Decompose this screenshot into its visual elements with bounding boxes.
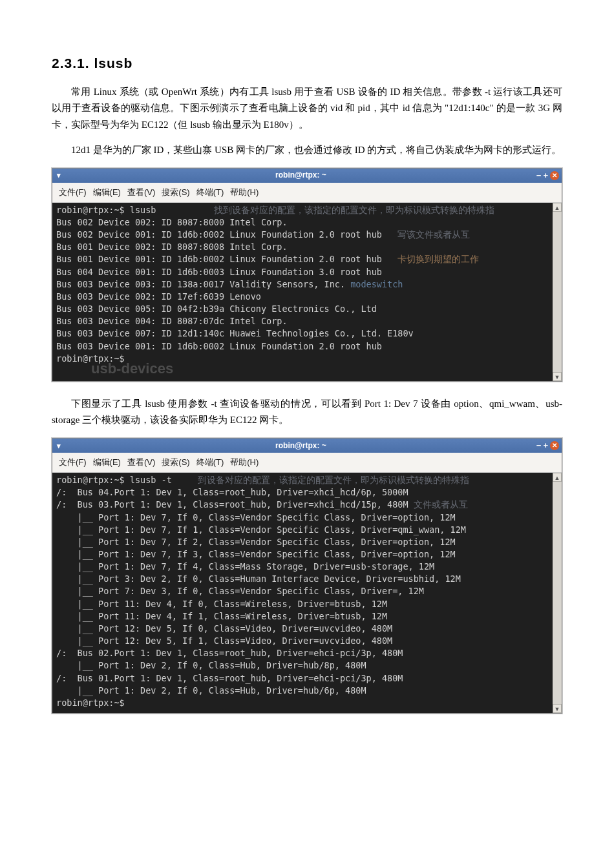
scroll-up-icon[interactable]: ▲ — [553, 203, 562, 212]
menu-help[interactable]: 帮助(H) — [230, 185, 259, 200]
lsusb-line: Bus 003 Device 003: ID 138a:0017 Validit… — [56, 279, 345, 289]
minimize-button[interactable]: − — [536, 169, 542, 183]
menu-file[interactable]: 文件(F) — [59, 455, 87, 470]
titlebar[interactable]: ▾ robin@rtpx: ~ − + ✕ — [52, 169, 562, 183]
ghost-text: 到设备对应的配置，该指定的配置文件，即为标识模式转换的特殊指 — [198, 475, 469, 485]
menu-help[interactable]: 帮助(H) — [230, 455, 259, 470]
close-button[interactable]: ✕ — [550, 441, 559, 450]
window-controls: − + ✕ — [536, 169, 562, 183]
menu-edit[interactable]: 编辑(E) — [93, 185, 121, 200]
lsusb-line: Bus 003 Device 001: ID 1d6b:0002 Linux F… — [56, 341, 382, 351]
menu-search[interactable]: 搜索(S) — [162, 455, 189, 470]
section-heading: 2.3.1. lsusb — [52, 52, 562, 75]
scrollbar[interactable]: ▲ ▼ — [553, 473, 562, 713]
lsusb-t-line: |__ Port 12: Dev 5, If 0, Class=Video, D… — [56, 623, 392, 634]
menu-terminal[interactable]: 终端(T) — [196, 455, 224, 470]
window-title: robin@rtpx: ~ — [65, 169, 536, 181]
paragraph-3: 下图显示了工具 lsusb 使用参数 -t 查询设备驱动的情况，可以看到 Por… — [52, 396, 562, 429]
lsusb-t-line: |__ Port 1: Dev 2, If 0, Class=Hub, Driv… — [56, 660, 366, 670]
menu-search[interactable]: 搜索(S) — [162, 185, 189, 200]
app-menu-icon[interactable]: ▾ — [52, 169, 65, 181]
scrollbar[interactable]: ▲ ▼ — [553, 203, 562, 381]
lsusb-line: Bus 001 Device 002: ID 8087:8008 Intel C… — [56, 242, 288, 252]
ghost-text: 写该文件或者从互 — [397, 229, 470, 240]
lsusb-line: Bus 003 Device 002: ID 17ef:6039 Lenovo — [56, 291, 261, 302]
lsusb-line: Bus 003 Device 005: ID 04f2:b39a Chicony… — [56, 304, 377, 314]
menu-view[interactable]: 查看(V) — [127, 455, 155, 470]
lsusb-t-line: |__ Port 11: Dev 4, If 0, Class=Wireless… — [56, 599, 387, 609]
lsusb-line: Bus 004 Device 001: ID 1d6b:0003 Linux F… — [56, 267, 382, 277]
menu-terminal[interactable]: 终端(T) — [196, 185, 224, 200]
paragraph-2: 12d1 是华为的厂家 ID，某些山寨 USB 网卡的厂家，也会通过修改 ID … — [52, 142, 562, 159]
menubar: 文件(F) 编辑(E) 查看(V) 搜索(S) 终端(T) 帮助(H) — [52, 453, 562, 473]
lsusb-t-line: |__ Port 12: Dev 5, If 1, Class=Video, D… — [56, 636, 392, 646]
maximize-button[interactable]: + — [543, 169, 548, 183]
prompt: robin@rtpx:~$ lsusb — [56, 205, 156, 215]
scroll-down-icon[interactable]: ▼ — [553, 372, 562, 381]
menu-edit[interactable]: 编辑(E) — [93, 455, 121, 470]
prompt: robin@rtpx:~$ lsusb -t — [56, 475, 172, 485]
lsusb-t-line: /: Bus 01.Port 1: Dev 1, Class=root_hub,… — [56, 673, 403, 683]
menu-file[interactable]: 文件(F) — [59, 185, 87, 200]
titlebar[interactable]: ▾ robin@rtpx: ~ − + ✕ — [52, 439, 562, 453]
lsusb-t-line: |__ Port 1: Dev 7, If 3, Class=Vendor Sp… — [56, 549, 456, 559]
lsusb-t-line: /: Bus 03.Port 1: Dev 1, Class=root_hub,… — [56, 499, 408, 510]
lsusb-t-line: |__ Port 3: Dev 2, If 0, Class=Human Int… — [56, 574, 461, 584]
lsusb-line: Bus 003 Device 007: ID 12d1:140c Huawei … — [56, 328, 414, 338]
maximize-button[interactable]: + — [543, 439, 548, 453]
ghost-text: 找到设备对应的配置，该指定的配置文件，即为标识模式转换的特殊指 — [214, 205, 494, 215]
prompt: robin@rtpx:~$ — [56, 353, 125, 364]
lsusb-t-line: /: Bus 04.Port 1: Dev 1, Class=root_hub,… — [56, 487, 408, 497]
window-controls: − + ✕ — [536, 439, 562, 453]
lsusb-t-line: |__ Port 11: Dev 4, If 1, Class=Wireless… — [56, 611, 387, 621]
terminal-output-1[interactable]: robin@rtpx:~$ lsusb 找到设备对应的配置，该指定的配置文件，即… — [52, 203, 562, 381]
menubar: 文件(F) 编辑(E) 查看(V) 搜索(S) 终端(T) 帮助(H) — [52, 183, 562, 203]
menu-view[interactable]: 查看(V) — [127, 185, 155, 200]
terminal-window-1: ▾ robin@rtpx: ~ − + ✕ 文件(F) 编辑(E) 查看(V) … — [52, 168, 562, 382]
app-menu-icon[interactable]: ▾ — [52, 440, 65, 452]
lsusb-t-line: /: Bus 02.Port 1: Dev 1, Class=root_hub,… — [56, 648, 403, 658]
window-title: robin@rtpx: ~ — [65, 439, 536, 452]
prompt: robin@rtpx:~$ — [56, 698, 125, 708]
scroll-up-icon[interactable]: ▲ — [553, 473, 562, 482]
lsusb-line: Bus 003 Device 004: ID 8087:07dc Intel C… — [56, 316, 288, 326]
ghost-text: modeswitch — [350, 279, 403, 289]
minimize-button[interactable]: − — [536, 439, 542, 453]
lsusb-t-line: |__ Port 1: Dev 7, If 0, Class=Vendor Sp… — [56, 512, 456, 522]
lsusb-line: Bus 002 Device 002: ID 8087:8000 Intel C… — [56, 217, 288, 227]
lsusb-t-line: |__ Port 1: Dev 2, If 0, Class=Hub, Driv… — [56, 685, 366, 696]
close-button[interactable]: ✕ — [550, 171, 559, 180]
paragraph-1: 常用 Linux 系统（或 OpenWrt 系统）内有工具 lsusb 用于查看… — [52, 84, 562, 134]
ghost-text: 卡切换到期望的工作 — [397, 254, 479, 264]
lsusb-line: Bus 002 Device 001: ID 1d6b:0002 Linux F… — [56, 229, 382, 240]
ghost-text: 文件或者从互 — [414, 499, 468, 510]
lsusb-t-line: |__ Port 1: Dev 7, If 1, Class=Vendor Sp… — [56, 524, 466, 535]
scroll-down-icon[interactable]: ▼ — [553, 704, 562, 713]
lsusb-line: Bus 001 Device 001: ID 1d6b:0002 Linux F… — [56, 254, 382, 264]
lsusb-t-line: |__ Port 1: Dev 7, If 4, Class=Mass Stor… — [56, 561, 434, 572]
terminal-output-2[interactable]: robin@rtpx:~$ lsusb -t 到设备对应的配置，该指定的配置文件… — [52, 473, 562, 713]
terminal-window-2: ▾ robin@rtpx: ~ − + ✕ 文件(F) 编辑(E) 查看(V) … — [52, 438, 562, 714]
lsusb-t-line: |__ Port 7: Dev 3, If 0, Class=Vendor Sp… — [56, 586, 424, 596]
lsusb-t-line: |__ Port 1: Dev 7, If 2, Class=Vendor Sp… — [56, 537, 456, 547]
